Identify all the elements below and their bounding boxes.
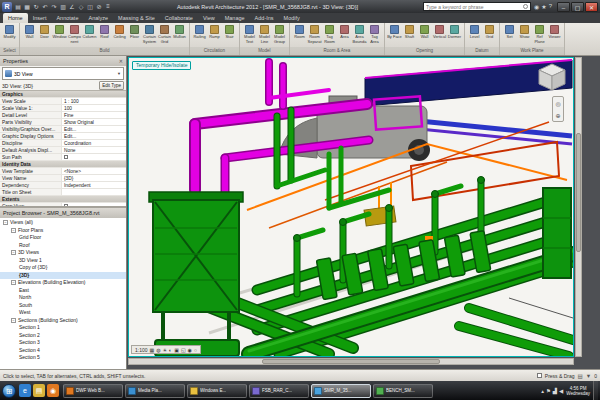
property-row-title-on-sheet[interactable]: Title on Sheet	[0, 189, 126, 196]
action-center-icon[interactable]: ⚑	[546, 388, 551, 394]
taskbar-button-windows-e[interactable]: Windows E...	[187, 384, 247, 398]
ribbon-group-label-opening[interactable]: Opening	[385, 47, 464, 55]
ribbon-tab-manage[interactable]: Manage	[220, 13, 250, 23]
tree-item-roof[interactable]: Roof	[0, 242, 126, 250]
tree-item-grid-floor[interactable]: Grid Floor	[0, 234, 126, 242]
property-row-parts-visibility[interactable]: Parts VisibilityShow Original	[0, 119, 126, 126]
ribbon-tab-modify[interactable]: Modify	[279, 13, 305, 23]
ribbon-group-label-room-area[interactable]: Room & Area	[290, 47, 384, 55]
ribbon-group-label-build[interactable]: Build	[20, 47, 189, 55]
tree-item-west[interactable]: West	[0, 309, 126, 317]
crop-visibility-icon[interactable]: ◱	[181, 347, 186, 353]
tool-component[interactable]: Component	[67, 24, 82, 44]
taskbar-button-media-pla[interactable]: Media Pla...	[125, 384, 185, 398]
tree-item-3d-view-1[interactable]: 3D View 1	[0, 257, 126, 265]
tag-icon[interactable]: ◇	[77, 3, 85, 10]
property-row-identity-data[interactable]: Identity Data	[0, 161, 126, 168]
tool-room-separator[interactable]: Room Separator	[307, 24, 322, 44]
project-browser-header[interactable]: Project Browser - SMR_M_3568JG8.rvt	[0, 208, 126, 218]
tool-model-text[interactable]: Model Text	[242, 24, 257, 44]
property-row-scale-value-1[interactable]: Scale Value 1:100	[0, 105, 126, 112]
ribbon-group-label-datum[interactable]: Datum	[465, 47, 499, 55]
property-value[interactable]: Edit...	[62, 126, 126, 132]
tool-set[interactable]: Set	[502, 24, 517, 44]
print-icon[interactable]: ▥	[59, 3, 67, 10]
ribbon-group-label-select[interactable]: Select	[0, 47, 19, 55]
tool-dormer[interactable]: Dormer	[447, 24, 462, 44]
taskbar-button-smr-m-35[interactable]: SMR_M_35...	[311, 384, 371, 398]
ribbon-tab-insert[interactable]: Insert	[28, 13, 52, 23]
save-icon[interactable]: ▦	[23, 3, 31, 10]
tool-floor[interactable]: Floor	[127, 24, 142, 44]
show-desktop-button[interactable]	[593, 381, 598, 400]
property-value[interactable]: Coordination	[62, 140, 126, 146]
tree-item-floor-plans[interactable]: −Floor Plans	[0, 227, 126, 235]
ribbon-tab-analyze[interactable]: Analyze	[83, 13, 113, 23]
property-row-visibility-graphics-over[interactable]: Visibility/Graphics Over...Edit...	[0, 126, 126, 133]
taskbar-button-dwf-web-b[interactable]: DWF Web B...	[63, 384, 123, 398]
shadows-icon[interactable]: ◐	[169, 347, 172, 353]
ribbon-tab-view[interactable]: View	[198, 13, 220, 23]
property-checkbox[interactable]	[64, 155, 68, 159]
tool-by-face[interactable]: By Face	[387, 24, 402, 44]
open-icon[interactable]: ▤	[14, 3, 22, 10]
tree-item-sections-building-section[interactable]: −Sections (Building Section)	[0, 317, 126, 325]
tool-room[interactable]: Room	[292, 24, 307, 44]
redo-icon[interactable]: ↷	[50, 3, 58, 10]
property-checkbox[interactable]	[64, 204, 68, 206]
hidden-icons-chevron[interactable]: ▴	[541, 388, 544, 394]
steering-wheel-icon[interactable]: ◎	[555, 100, 560, 107]
tree-item-3d-views[interactable]: −3D Views	[0, 249, 126, 257]
property-row-view-scale[interactable]: View Scale1 : 100	[0, 98, 126, 105]
property-row-sun-path[interactable]: Sun Path	[0, 154, 126, 161]
property-row-detail-level[interactable]: Detail LevelFine	[0, 112, 126, 119]
tree-item-section-3[interactable]: Section 3	[0, 339, 126, 347]
scale-control[interactable]: 1:100	[135, 347, 148, 353]
property-row-graphics[interactable]: Graphics	[0, 91, 126, 98]
tree-expand-icon[interactable]: −	[11, 280, 16, 285]
revit-app-icon[interactable]: R	[2, 2, 12, 12]
viewcube[interactable]	[537, 62, 567, 92]
search-input[interactable]	[426, 4, 523, 10]
maximize-button[interactable]: ▢	[571, 2, 584, 12]
ie-icon[interactable]: e	[19, 384, 31, 397]
property-value[interactable]: Fine	[62, 112, 126, 118]
start-button[interactable]: ⊞	[2, 384, 16, 398]
tool-area-boundary[interactable]: Area Boundary	[352, 24, 367, 44]
tree-item-copy-of-3d[interactable]: Copy of {3D}	[0, 264, 126, 272]
tree-expand-icon[interactable]: −	[11, 250, 16, 255]
property-row-discipline[interactable]: DisciplineCoordination	[0, 140, 126, 147]
tool-shaft[interactable]: Shaft	[402, 24, 417, 44]
visual-style-icon[interactable]: ◍	[156, 347, 160, 353]
property-value[interactable]: 1 : 100	[62, 98, 126, 104]
tool-ceiling[interactable]: Ceiling	[112, 24, 127, 44]
property-row-dependency[interactable]: DependencyIndependent	[0, 182, 126, 189]
volume-icon[interactable]: ◀	[559, 388, 563, 394]
media-player-icon[interactable]: ◉	[47, 384, 59, 397]
horizontal-scrollbar[interactable]	[128, 358, 574, 365]
properties-close-icon[interactable]: ✕	[119, 56, 123, 66]
chevron-down-icon[interactable]: ▼	[117, 71, 121, 76]
tree-item-elevations-building-elevation[interactable]: −Elevations (Building Elevation)	[0, 279, 126, 287]
property-value[interactable]: Edit...	[62, 133, 126, 139]
ribbon-group-label-work-plane[interactable]: Work Plane	[500, 47, 564, 55]
temp-hide-isolate-icon[interactable]: ◉	[188, 347, 192, 353]
press-drag-checkbox[interactable]	[537, 373, 542, 378]
ribbon-tab-collaborate[interactable]: Collaborate	[160, 13, 198, 23]
property-value[interactable]: Show Original	[62, 119, 126, 125]
tree-expand-icon[interactable]: −	[11, 318, 16, 323]
tree-item-east[interactable]: East	[0, 287, 126, 295]
navigation-bar[interactable]: ◎ ⊕	[552, 96, 564, 122]
sync-icon[interactable]: ↻	[32, 3, 40, 10]
taskbar-button-bench-sm[interactable]: BENCH_SM...	[373, 384, 433, 398]
property-value[interactable]: {3D}	[62, 175, 126, 181]
sign-in-icon[interactable]: ◉	[534, 3, 539, 10]
tree-item-section-4[interactable]: Section 4	[0, 347, 126, 355]
property-value[interactable]	[62, 154, 126, 160]
vertical-scrollbar[interactable]	[575, 57, 582, 357]
tool-tag-room[interactable]: Tag Room	[322, 24, 337, 44]
tree-item-north[interactable]: North	[0, 294, 126, 302]
help-search-box[interactable]	[423, 2, 531, 11]
tool-wall[interactable]: Wall	[417, 24, 432, 44]
tool-window[interactable]: Window	[52, 24, 67, 44]
